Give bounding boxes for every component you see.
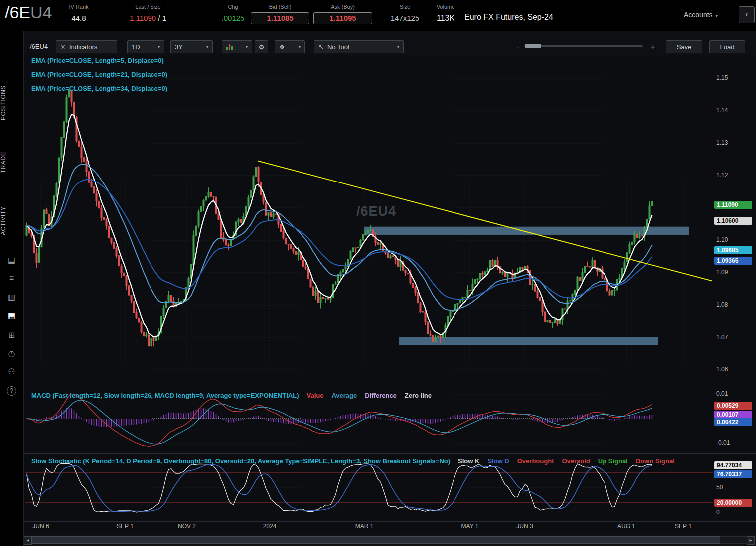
bid-label: Bid (Sell) — [251, 4, 309, 11]
collapse-panel-button[interactable]: ‹ — [739, 6, 755, 23]
watchlist-icon[interactable]: ≡ — [0, 274, 23, 283]
pattern-icon: ❖ — [279, 43, 285, 51]
tab-trade[interactable]: TRADE — [0, 143, 23, 182]
scroll-right-button[interactable]: ▸ — [747, 536, 755, 545]
zoom-slider-handle[interactable] — [525, 44, 541, 48]
support-resistance-zone — [364, 227, 689, 235]
gear-icon: ⚙ — [259, 43, 265, 51]
field-iv-rank: IV Rank 44.8 — [59, 4, 99, 22]
volume-value: 113K — [428, 14, 463, 23]
charts-icon[interactable]: ▦ — [0, 311, 23, 320]
field-last-size: Last / Size 1.11090 / 1 — [116, 4, 180, 22]
iv-rank-label: IV Rank — [59, 4, 99, 11]
chg-value: .00125 — [209, 14, 257, 22]
chevron-down-icon: ▾ — [397, 45, 399, 49]
panel-divider — [23, 389, 756, 389]
last-price: 1.11090 — [130, 14, 156, 22]
chevron-down-icon: ▾ — [299, 45, 301, 49]
tab-positions[interactable]: POSITIONS — [0, 76, 23, 130]
size-label: Size — [384, 4, 426, 11]
symbol-contract: U4 — [30, 3, 52, 22]
quotes-icon[interactable]: ▤ — [0, 255, 23, 265]
chart-type-dropdown[interactable]: ▾ — [222, 40, 252, 53]
indicators-button[interactable]: ✳ Indicators — [56, 40, 117, 53]
chevron-down-icon: ▾ — [246, 45, 248, 49]
field-size: Size 147x125 — [384, 4, 426, 22]
chart-canvas[interactable]: /6EU4 — [0, 0, 756, 546]
chg-label: Chg — [209, 4, 257, 11]
field-bid: Bid (Sell) 1.11085 — [251, 4, 309, 24]
candlestick-chart-icon — [226, 44, 233, 50]
symbol-root: /6E — [5, 3, 30, 22]
chart-style-dropdown[interactable]: ❖ ▾ — [275, 40, 305, 53]
last-size-label: Last / Size — [116, 4, 180, 11]
trading-app: /6EU4 EMA (Price=CLOSE, Length=5, Displa… — [0, 0, 756, 546]
zoom-slider[interactable] — [524, 45, 643, 47]
chevron-down-icon: ▾ — [206, 45, 208, 49]
scrollbar-thumb[interactable] — [31, 536, 720, 544]
instrument-title: Euro FX Futures, Sep-24 — [464, 13, 553, 22]
community-icon[interactable]: ⚇ — [0, 367, 23, 376]
history-icon[interactable]: ◷ — [0, 349, 23, 358]
zoom-in-button[interactable]: + — [651, 42, 655, 51]
chevron-down-icon: ▾ — [716, 13, 718, 18]
drawing-tool-dropdown[interactable]: ↖ No Tool ▾ — [314, 40, 404, 53]
ask-button[interactable]: 1.11095 — [313, 12, 372, 24]
chevron-down-icon: ▾ — [158, 45, 160, 49]
orders-icon[interactable]: ▥ — [0, 292, 23, 302]
left-sidebar: POSITIONS TRADE ACTIVITY ▤ ≡ ▥ ▦ ⊞ ◷ ⚇ ? — [0, 31, 24, 546]
ask-label: Ask (Buy) — [313, 4, 372, 11]
chart-watermark: /6EU4 — [356, 204, 396, 219]
header: /6EU4 IV Rank 44.8 Last / Size 1.11090 /… — [0, 0, 756, 31]
last-trade-size: / 1 — [158, 14, 166, 22]
cursor-icon: ↖ — [318, 43, 324, 51]
load-button[interactable]: Load — [709, 40, 745, 53]
dashboard-icon[interactable]: ⊞ — [0, 330, 23, 340]
field-chg: Chg .00125 — [209, 4, 257, 22]
volume-label: Volume — [428, 4, 463, 11]
field-ask: Ask (Buy) 1.11095 — [313, 4, 372, 24]
scroll-left-button[interactable]: ◂ — [24, 536, 32, 545]
save-button[interactable]: Save — [666, 40, 702, 53]
help-icon[interactable]: ? — [0, 386, 23, 396]
chart-toolbar: /6EU4 ✳ Indicators 1D ▾ 3Y ▾ ▾ ⚙ ❖ ▾ ↖ N… — [23, 31, 756, 55]
bid-button[interactable]: 1.11085 — [251, 12, 309, 24]
chart-symbol-label: /6EU4 — [30, 43, 48, 50]
size-value: 147x125 — [384, 14, 426, 22]
tab-activity[interactable]: ACTIVITY — [0, 197, 23, 244]
iv-rank-value: 44.8 — [59, 14, 99, 22]
panel-divider — [23, 453, 756, 454]
zoom-out-button[interactable]: - — [517, 42, 519, 51]
time-scrollbar[interactable]: ◂ ▸ — [23, 534, 756, 546]
panel-divider — [23, 521, 756, 522]
price-axis-border — [713, 55, 713, 533]
accounts-menu[interactable]: Accounts▾ — [684, 11, 718, 19]
range-dropdown[interactable]: 3Y ▾ — [170, 40, 213, 53]
time-axis[interactable] — [23, 521, 713, 534]
field-volume: Volume 113K — [428, 4, 463, 23]
price-axis[interactable] — [713, 56, 756, 521]
indicators-icon: ✳ — [60, 43, 66, 51]
timeframe-dropdown[interactable]: 1D ▾ — [127, 40, 164, 53]
symbol: /6EU4 — [5, 3, 52, 22]
chart-settings-button[interactable]: ⚙ — [255, 40, 268, 53]
